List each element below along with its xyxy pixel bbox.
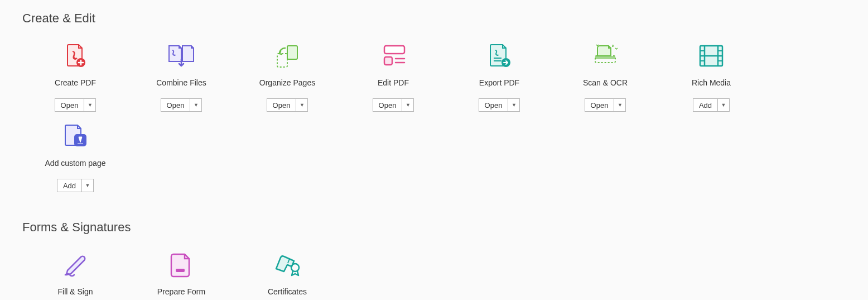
combine-files-icon	[167, 42, 196, 69]
tool-export-pdf: Export PDF Open ▼	[446, 42, 552, 112]
tool-action-button[interactable]: Open ▼	[373, 98, 414, 112]
tool-label: Prepare Form	[157, 287, 205, 296]
tool-label: Scan & OCR	[583, 78, 628, 87]
tool-prepare-form: Prepare Form Add ▼	[128, 251, 234, 300]
open-button[interactable]: Open	[585, 99, 615, 111]
rich-media-icon	[698, 42, 724, 69]
tool-label: Certificates	[268, 287, 307, 296]
tool-add-custom-page: Add custom page Add ▼	[22, 123, 128, 192]
svg-rect-1	[287, 46, 297, 59]
export-pdf-icon	[486, 42, 513, 69]
tool-label: Edit PDF	[378, 78, 409, 87]
open-button[interactable]: Open	[373, 99, 403, 111]
svg-rect-3	[384, 46, 404, 54]
tool-fill-sign: Fill & Sign Open ▼	[22, 251, 128, 300]
svg-rect-4	[384, 57, 392, 65]
tool-combine-files: Combine Files Open ▼	[128, 42, 234, 112]
tool-action-button[interactable]: Open ▼	[585, 98, 626, 112]
tool-action-button[interactable]: Add ▼	[57, 179, 94, 192]
tool-action-button[interactable]: Add ▼	[693, 98, 730, 112]
certificates-icon	[273, 251, 302, 278]
section-forms-signatures: Forms & Signatures Fill & Sign Open ▼	[0, 209, 868, 300]
dropdown-arrow-icon[interactable]: ▼	[402, 99, 413, 111]
tool-label: Combine Files	[156, 78, 206, 87]
open-button[interactable]: Open	[161, 99, 191, 111]
organize-pages-icon	[274, 42, 301, 69]
tool-organize-pages: Organize Pages Open ▼	[234, 42, 340, 112]
scan-ocr-icon	[591, 42, 620, 69]
tool-rich-media: Rich Media Add ▼	[658, 42, 764, 112]
dropdown-arrow-icon[interactable]: ▼	[614, 99, 625, 111]
dropdown-arrow-icon[interactable]: ▼	[84, 99, 95, 111]
tool-action-button[interactable]: Open ▼	[55, 98, 97, 112]
tool-label: Export PDF	[479, 78, 519, 87]
svg-rect-21	[176, 269, 185, 272]
tool-label: Fill & Sign	[57, 287, 93, 296]
add-custom-page-icon	[62, 123, 89, 150]
add-button[interactable]: Add	[693, 99, 718, 111]
add-button[interactable]: Add	[57, 179, 82, 192]
tool-create-pdf: Create PDF Open ▼	[22, 42, 128, 112]
tool-label: Create PDF	[55, 78, 96, 87]
tool-edit-pdf: Edit PDF Open ▼	[340, 42, 446, 112]
dropdown-arrow-icon[interactable]: ▼	[508, 99, 519, 111]
svg-rect-11	[595, 56, 615, 59]
dropdown-arrow-icon[interactable]: ▼	[190, 99, 201, 111]
open-button[interactable]: Open	[267, 99, 297, 111]
dropdown-arrow-icon[interactable]: ▼	[718, 99, 729, 111]
tool-label: Organize Pages	[259, 78, 315, 87]
tool-label: Add custom page	[45, 159, 106, 168]
tool-action-button[interactable]: Open ▼	[267, 98, 308, 112]
tool-row: Create PDF Open ▼ Combine Files Ope	[22, 42, 846, 203]
tool-row: Fill & Sign Open ▼ Prepare Form Add ▼	[22, 251, 846, 300]
edit-pdf-icon	[380, 42, 407, 69]
tool-scan-ocr: Scan & OCR Open ▼	[552, 42, 658, 112]
open-button[interactable]: Open	[55, 99, 85, 111]
section-create-edit: Create & Edit Create PDF Open ▼	[0, 0, 868, 209]
dropdown-arrow-icon[interactable]: ▼	[296, 99, 307, 111]
section-title: Forms & Signatures	[22, 220, 846, 235]
svg-point-22	[291, 264, 299, 272]
tool-label: Rich Media	[692, 78, 731, 87]
create-pdf-icon	[62, 42, 89, 69]
tool-action-button[interactable]: Open ▼	[161, 98, 202, 112]
tool-certificates: Certificates Add ▼	[234, 251, 340, 300]
svg-rect-2	[277, 54, 287, 67]
section-title: Create & Edit	[22, 11, 846, 26]
prepare-form-icon	[170, 251, 192, 278]
tool-action-button[interactable]: Open ▼	[479, 98, 520, 112]
fill-sign-icon	[62, 251, 89, 278]
dropdown-arrow-icon[interactable]: ▼	[82, 179, 93, 192]
open-button[interactable]: Open	[479, 99, 509, 111]
